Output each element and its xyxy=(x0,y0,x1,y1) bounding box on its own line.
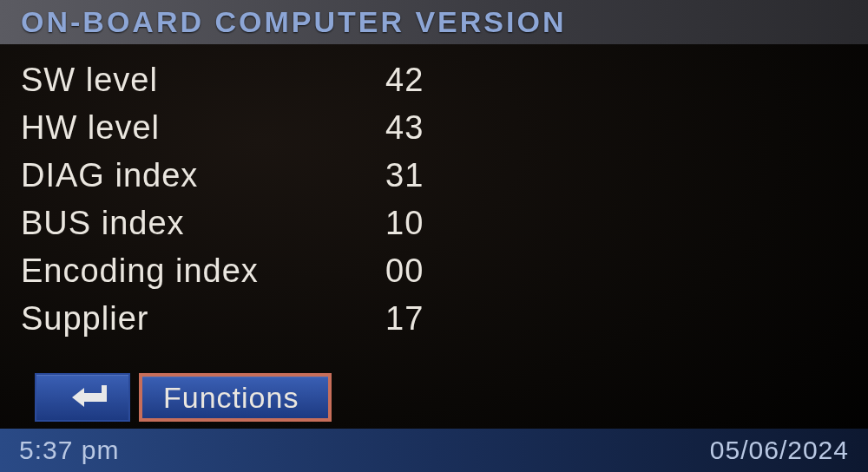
row-value: 00 xyxy=(385,252,424,290)
row-value: 10 xyxy=(385,205,424,242)
functions-label: Functions xyxy=(163,381,299,415)
header-bar: ON-BOARD COMPUTER VERSION xyxy=(0,0,868,44)
list-item: HW level 43 xyxy=(21,109,847,147)
back-button[interactable] xyxy=(35,373,130,422)
page-title: ON-BOARD COMPUTER VERSION xyxy=(21,5,847,39)
functions-button[interactable]: Functions xyxy=(139,373,332,422)
list-item: BUS index 10 xyxy=(21,205,847,242)
row-value: 17 xyxy=(385,300,424,338)
row-label: BUS index xyxy=(21,205,385,242)
screen: ON-BOARD COMPUTER VERSION SW level 42 HW… xyxy=(0,0,868,472)
list-item: SW level 42 xyxy=(21,62,847,99)
list-item: Supplier 17 xyxy=(21,300,847,338)
row-value: 42 xyxy=(385,62,424,99)
row-label: Encoding index xyxy=(21,252,385,290)
button-bar: Functions xyxy=(0,366,868,429)
list-item: DIAG index 31 xyxy=(21,157,847,194)
row-label: HW level xyxy=(21,109,385,147)
row-label: DIAG index xyxy=(21,157,385,194)
row-value: 31 xyxy=(385,157,424,194)
return-icon xyxy=(55,380,110,415)
row-label: Supplier xyxy=(21,300,385,338)
version-list: SW level 42 HW level 43 DIAG index 31 BU… xyxy=(0,44,868,366)
clock-date: 05/06/2024 xyxy=(710,436,849,465)
row-value: 43 xyxy=(385,109,424,147)
status-bar: 5:37 pm 05/06/2024 xyxy=(0,429,868,472)
list-item: Encoding index 00 xyxy=(21,252,847,290)
clock-time: 5:37 pm xyxy=(19,436,119,465)
row-label: SW level xyxy=(21,62,385,99)
